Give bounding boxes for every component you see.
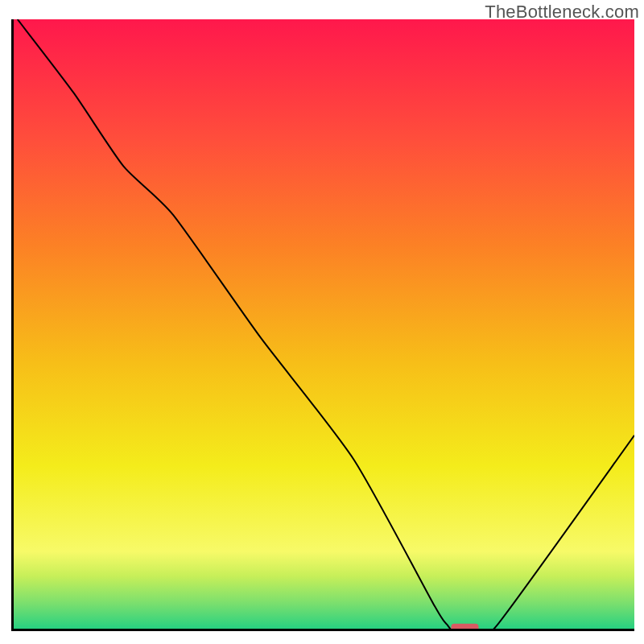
chart-svg [11, 19, 634, 631]
gradient-background [11, 19, 634, 631]
watermark-text: TheBottleneck.com [485, 2, 639, 23]
chart-plot [11, 19, 634, 631]
chart-container: TheBottleneck.com [0, 0, 644, 644]
